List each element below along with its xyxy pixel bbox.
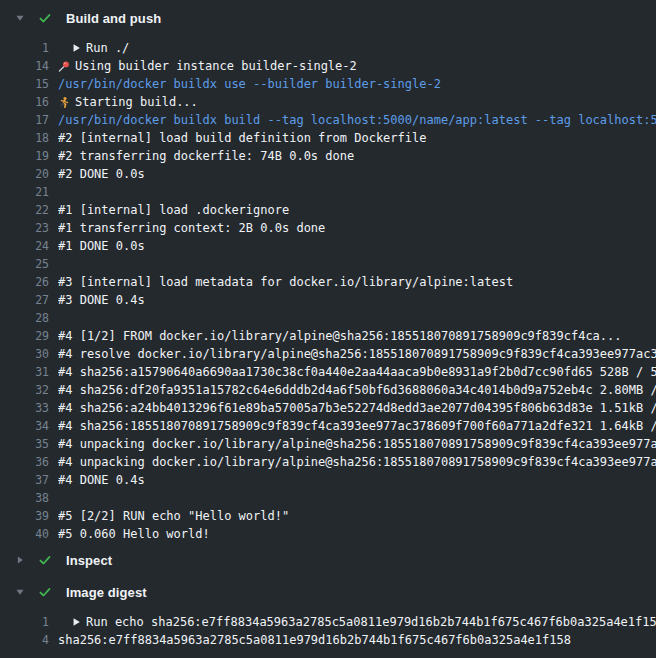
section-header-build-and-push[interactable]: Build and push — [0, 4, 656, 32]
line-text: #2 DONE 0.0s — [58, 165, 145, 183]
line-number[interactable]: 29 — [0, 327, 49, 345]
line-text: #3 [internal] load metadata for docker.i… — [58, 273, 513, 291]
line-text: #1 transferring context: 2B 0.0s done — [58, 219, 325, 237]
line-number[interactable]: 32 — [0, 381, 49, 399]
line-text: #4 sha256:df20fa9351a15782c64e6dddb2d4a6… — [58, 381, 656, 399]
log-line: 33 #4 sha256:a24bb4013296f61e89ba57005a7… — [0, 399, 656, 417]
line-text: #4 unpacking docker.io/library/alpine@sh… — [58, 453, 656, 471]
line-number[interactable]: 17 — [0, 111, 49, 129]
line-number[interactable]: 14 — [0, 57, 49, 75]
line-text: Using builder instance builder-single-2 — [75, 57, 357, 75]
line-number[interactable]: 30 — [0, 345, 49, 363]
line-number[interactable]: 37 — [0, 471, 49, 489]
line-number[interactable]: 35 — [0, 435, 49, 453]
line-text: #4 resolve docker.io/library/alpine@sha2… — [58, 345, 656, 363]
line-number[interactable]: 1 — [0, 39, 49, 57]
log-line: 16 Starting build... — [0, 93, 656, 111]
line-number[interactable]: 21 — [0, 183, 49, 201]
chevron-down-icon — [14, 586, 26, 598]
log-line: 18 #2 [internal] load build definition f… — [0, 129, 656, 147]
line-text: #1 [internal] load .dockerignore — [58, 201, 289, 219]
line-text: #2 transferring dockerfile: 74B 0.0s don… — [58, 147, 354, 165]
line-text: /usr/bin/docker buildx build --tag local… — [58, 111, 656, 129]
log-line: 21 — [0, 183, 656, 201]
workflow-log-viewer: Build and push 1 Run ./ 14 Using builder… — [0, 0, 656, 649]
line-text: #4 unpacking docker.io/library/alpine@sh… — [58, 435, 656, 453]
section-header-inspect[interactable]: Inspect — [0, 546, 656, 574]
log-line: 36 #4 unpacking docker.io/library/alpine… — [0, 453, 656, 471]
section-title: Image digest — [66, 585, 147, 600]
log-section: Inspect — [0, 546, 656, 574]
log-line: 31 #4 sha256:a15790640a6690aa1730c38cf0a… — [0, 363, 656, 381]
log-line: 19 #2 transferring dockerfile: 74B 0.0s … — [0, 147, 656, 165]
chevron-down-icon — [15, 13, 25, 23]
log-line: 22 #1 [internal] load .dockerignore — [0, 201, 656, 219]
line-text: sha256:e7ff8834a5963a2785c5a0811e979d16b… — [58, 631, 571, 649]
line-text: #3 DONE 0.4s — [58, 291, 145, 309]
line-text: #1 DONE 0.0s — [58, 237, 145, 255]
log-line: 26 #3 [internal] load metadata for docke… — [0, 273, 656, 291]
log-line: 34 #4 sha256:185518070891758909c9f839cf4… — [0, 417, 656, 435]
log-lines: 1 Run ./ 14 Using builder instance build… — [0, 39, 656, 543]
play-icon — [72, 43, 83, 54]
check-icon — [37, 10, 53, 26]
log-line: 30 #4 resolve docker.io/library/alpine@s… — [0, 345, 656, 363]
line-number[interactable]: 36 — [0, 453, 49, 471]
log-line: 20 #2 DONE 0.0s — [0, 165, 656, 183]
log-line: 25 — [0, 255, 656, 273]
line-text: #5 [2/2] RUN echo "Hello world!" — [58, 507, 289, 525]
log-line: 28 — [0, 309, 656, 327]
line-number[interactable]: 38 — [0, 489, 49, 507]
play-icon — [72, 617, 81, 627]
log-line: 23 #1 transferring context: 2B 0.0s done — [0, 219, 656, 237]
line-number[interactable]: 28 — [0, 309, 49, 327]
line-number[interactable]: 22 — [0, 201, 49, 219]
log-line: 1 Run ./ — [0, 39, 656, 57]
line-number[interactable]: 1 — [0, 613, 49, 631]
log-lines: 1 Run echo sha256:e7ff8834a5963a2785c5a0… — [0, 613, 656, 649]
log-line: 39 #5 [2/2] RUN echo "Hello world!" — [0, 507, 656, 525]
play-icon — [72, 617, 83, 628]
log-group-toggle[interactable]: Run ./ — [58, 39, 656, 57]
runner-icon — [58, 96, 70, 109]
line-number[interactable]: 15 — [0, 75, 49, 93]
play-icon — [72, 43, 81, 53]
line-number[interactable]: 23 — [0, 219, 49, 237]
line-number[interactable]: 31 — [0, 363, 49, 381]
log-line: 24 #1 DONE 0.0s — [0, 237, 656, 255]
line-text: #4 sha256:a15790640a6690aa1730c38cf0a440… — [58, 363, 656, 381]
check-icon — [37, 584, 53, 600]
line-number[interactable]: 24 — [0, 237, 49, 255]
line-text: #4 DONE 0.4s — [58, 471, 145, 489]
line-text: #2 [internal] load build definition from… — [58, 129, 426, 147]
line-number[interactable]: 33 — [0, 399, 49, 417]
line-number[interactable]: 4 — [0, 631, 49, 649]
line-number[interactable]: 39 — [0, 507, 49, 525]
line-number[interactable]: 19 — [0, 147, 49, 165]
line-number[interactable]: 27 — [0, 291, 49, 309]
chevron-down-icon — [14, 12, 26, 24]
log-line: 35 #4 unpacking docker.io/library/alpine… — [0, 435, 656, 453]
line-number[interactable]: 26 — [0, 273, 49, 291]
log-line: 14 Using builder instance builder-single… — [0, 57, 656, 75]
pushpin-icon — [58, 60, 70, 73]
line-text: #5 0.060 Hello world! — [58, 525, 210, 543]
line-text: Run ./ — [86, 39, 129, 57]
log-line: 40 #5 0.060 Hello world! — [0, 525, 656, 543]
log-group-toggle[interactable]: Run echo sha256:e7ff8834a5963a2785c5a081… — [58, 613, 656, 631]
section-title: Build and push — [66, 11, 161, 26]
section-header-image-digest[interactable]: Image digest — [0, 578, 656, 606]
runner-icon — [58, 96, 70, 109]
check-icon — [37, 552, 53, 568]
log-line: 38 — [0, 489, 656, 507]
log-line: 17 /usr/bin/docker buildx build --tag lo… — [0, 111, 656, 129]
line-number[interactable]: 40 — [0, 525, 49, 543]
log-section: Image digest 1 Run echo sha256:e7ff8834a… — [0, 578, 656, 649]
log-section: Build and push 1 Run ./ 14 Using builder… — [0, 4, 656, 543]
line-number[interactable]: 20 — [0, 165, 49, 183]
line-number[interactable]: 16 — [0, 93, 49, 111]
line-text: /usr/bin/docker buildx use --builder bui… — [58, 75, 441, 93]
line-number[interactable]: 25 — [0, 255, 49, 273]
line-number[interactable]: 18 — [0, 129, 49, 147]
line-number[interactable]: 34 — [0, 417, 49, 435]
